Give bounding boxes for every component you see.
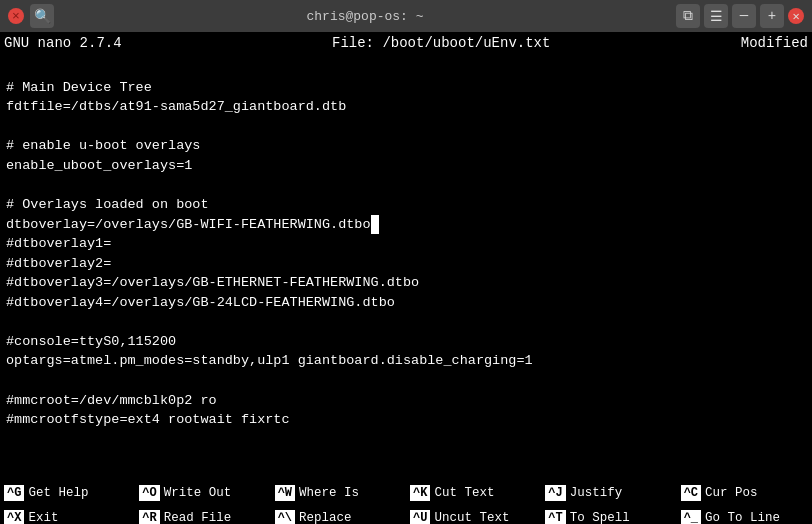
shortcut-label-0: Get Help: [28, 486, 88, 500]
titlebar-title: chris@pop-os: ~: [306, 9, 423, 24]
close-button[interactable]: [8, 8, 24, 24]
maximize2-icon[interactable]: ✕: [788, 8, 804, 24]
shortcut-key-6: ^X: [4, 510, 24, 525]
shortcut-item-10[interactable]: ^TTo Spell: [541, 505, 676, 524]
menu-icon[interactable]: ☰: [704, 4, 728, 28]
shortcut-row-1: ^GGet Help^OWrite Out^WWhere Is^KCut Tex…: [0, 480, 812, 505]
shortcut-key-2: ^W: [275, 485, 295, 501]
search-icon[interactable]: 🔍: [30, 4, 54, 28]
shortcut-label-4: Justify: [570, 486, 623, 500]
shortcut-label-1: Write Out: [164, 486, 232, 500]
minimize-icon[interactable]: ─: [732, 4, 756, 28]
shortcut-label-2: Where Is: [299, 486, 359, 500]
shortcut-item-1[interactable]: ^OWrite Out: [135, 480, 270, 505]
shortcut-key-10: ^T: [545, 510, 565, 525]
shortcut-item-0[interactable]: ^GGet Help: [0, 480, 135, 505]
shortcut-label-3: Cut Text: [434, 486, 494, 500]
shortcut-key-0: ^G: [4, 485, 24, 501]
shortcut-bar: ^GGet Help^OWrite Out^WWhere Is^KCut Tex…: [0, 480, 812, 524]
shortcut-key-11: ^_: [681, 510, 701, 525]
shortcut-label-8: Replace: [299, 511, 352, 525]
shortcut-key-9: ^U: [410, 510, 430, 525]
shortcut-item-6[interactable]: ^XExit: [0, 505, 135, 524]
shortcut-label-11: Go To Line: [705, 511, 780, 525]
titlebar: 🔍 chris@pop-os: ~ ⧉ ☰ ─ + ✕: [0, 0, 812, 32]
shortcut-item-9[interactable]: ^UUncut Text: [406, 505, 541, 524]
shortcut-item-7[interactable]: ^RRead File: [135, 505, 270, 524]
shortcut-item-2[interactable]: ^WWhere Is: [271, 480, 406, 505]
shortcut-label-6: Exit: [28, 511, 58, 525]
shortcut-item-4[interactable]: ^JJustify: [541, 480, 676, 505]
shortcut-item-3[interactable]: ^KCut Text: [406, 480, 541, 505]
shortcut-label-7: Read File: [164, 511, 232, 525]
shortcut-label-5: Cur Pos: [705, 486, 758, 500]
shortcut-key-4: ^J: [545, 485, 565, 501]
shortcut-item-11[interactable]: ^_Go To Line: [677, 505, 812, 524]
shortcut-label-9: Uncut Text: [434, 511, 509, 525]
maximize-icon[interactable]: +: [760, 4, 784, 28]
nano-version: GNU nano 2.7.4: [4, 35, 122, 51]
shortcut-key-1: ^O: [139, 485, 159, 501]
nano-filename: File: /boot/uboot/uEnv.txt: [142, 35, 741, 51]
new-window-icon[interactable]: ⧉: [676, 4, 700, 28]
editor-area[interactable]: # Main Device Tree fdtfile=/dtbs/at91-sa…: [0, 54, 812, 474]
shortcut-item-8[interactable]: ^\Replace: [271, 505, 406, 524]
shortcut-key-3: ^K: [410, 485, 430, 501]
shortcut-label-10: To Spell: [570, 511, 630, 525]
shortcut-row-2: ^XExit^RRead File^\Replace^UUncut Text^T…: [0, 505, 812, 524]
shortcut-key-5: ^C: [681, 485, 701, 501]
nano-modified: Modified: [741, 35, 808, 51]
shortcut-item-5[interactable]: ^CCur Pos: [677, 480, 812, 505]
shortcut-key-8: ^\: [275, 510, 295, 525]
editor-line-1: # Main Device Tree fdtfile=/dtbs/at91-sa…: [6, 80, 533, 428]
titlebar-right: ⧉ ☰ ─ + ✕: [676, 4, 804, 28]
cursor: [371, 215, 380, 235]
titlebar-left: 🔍: [8, 4, 54, 28]
nano-header: GNU nano 2.7.4 File: /boot/uboot/uEnv.tx…: [0, 32, 812, 54]
shortcut-key-7: ^R: [139, 510, 159, 525]
